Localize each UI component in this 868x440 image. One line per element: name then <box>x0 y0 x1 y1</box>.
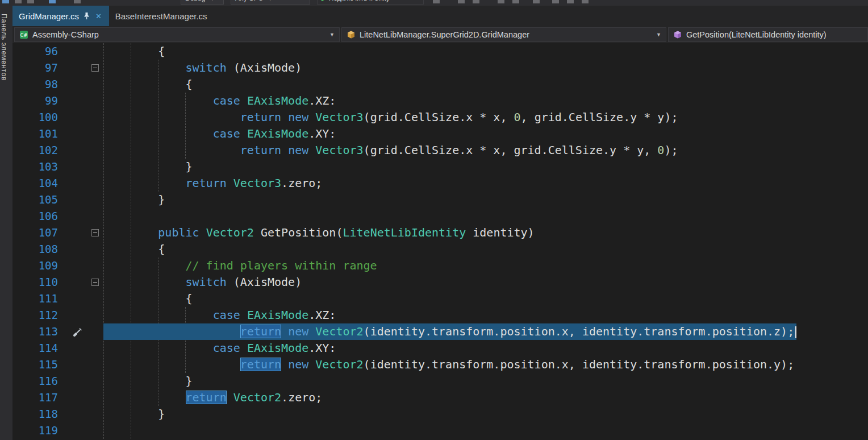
code-line[interactable]: 119 <box>12 422 868 439</box>
code-text[interactable]: } <box>101 192 868 208</box>
code-line[interactable]: 99 case EAxisMode.XZ: <box>12 93 868 109</box>
fold-margin[interactable] <box>89 43 101 60</box>
code-line[interactable]: 112 case EAxisMode.XZ: <box>12 307 868 323</box>
glyph-margin[interactable] <box>67 109 89 126</box>
glyph-margin[interactable] <box>67 389 89 406</box>
glyph-margin[interactable] <box>67 43 89 60</box>
code-text[interactable]: { <box>101 43 868 60</box>
line-number[interactable]: 102 <box>12 142 67 159</box>
fold-margin[interactable] <box>89 290 101 307</box>
fold-margin[interactable] <box>89 192 101 208</box>
code-text[interactable]: switch (AxisMode) <box>101 60 868 76</box>
glyph-margin[interactable] <box>67 225 89 241</box>
fold-margin[interactable] <box>89 225 101 241</box>
toolbar-icon[interactable] <box>498 0 504 3</box>
code-text[interactable] <box>101 422 868 439</box>
fold-margin[interactable] <box>89 175 101 192</box>
glyph-margin[interactable] <box>67 373 89 389</box>
glyph-margin[interactable] <box>67 406 89 422</box>
line-number[interactable]: 109 <box>12 258 67 274</box>
debug-config-dropdown[interactable]: Debug▼ <box>181 0 224 5</box>
line-number[interactable]: 98 <box>12 76 67 93</box>
line-number[interactable]: 97 <box>12 60 67 76</box>
glyph-margin[interactable] <box>67 323 89 340</box>
glyph-margin[interactable] <box>67 93 89 109</box>
glyph-margin[interactable] <box>67 290 89 307</box>
fold-margin[interactable] <box>89 258 101 274</box>
line-number[interactable]: 118 <box>12 406 67 422</box>
glyph-margin[interactable] <box>67 159 89 175</box>
fold-margin[interactable] <box>89 422 101 439</box>
line-number[interactable]: 112 <box>12 307 67 323</box>
line-number[interactable]: 101 <box>12 126 67 142</box>
quick-actions-wrench-icon[interactable] <box>72 326 84 338</box>
code-line[interactable]: 101 case EAxisMode.XY: <box>12 126 868 142</box>
code-text[interactable]: return new Vector2(identity.transform.po… <box>101 323 868 340</box>
code-line[interactable]: 116 } <box>12 373 868 389</box>
fold-margin[interactable] <box>89 241 101 258</box>
fold-margin[interactable] <box>89 356 101 373</box>
line-number[interactable]: 96 <box>12 43 67 60</box>
line-number[interactable]: 103 <box>12 159 67 175</box>
code-text[interactable]: case EAxisMode.XY: <box>101 340 868 356</box>
glyph-margin[interactable] <box>67 60 89 76</box>
glyph-margin[interactable] <box>67 208 89 225</box>
code-line[interactable]: 115 return new Vector2(identity.transfor… <box>12 356 868 373</box>
code-text[interactable]: } <box>101 159 868 175</box>
glyph-margin[interactable] <box>67 356 89 373</box>
fold-margin[interactable] <box>89 93 101 109</box>
collapse-box-icon[interactable] <box>91 279 99 286</box>
glyph-margin[interactable] <box>67 241 89 258</box>
code-text[interactable] <box>101 208 868 225</box>
code-line[interactable]: 96 { <box>12 43 868 60</box>
glyph-margin[interactable] <box>67 126 89 142</box>
member-dropdown[interactable]: GetPosition(LiteNetLibIdentity identity) <box>668 27 868 42</box>
line-number[interactable]: 116 <box>12 373 67 389</box>
code-text[interactable]: return new Vector3(grid.CellSize.x * x, … <box>101 142 868 159</box>
toolbar-icon[interactable] <box>512 0 519 3</box>
line-number[interactable]: 114 <box>12 340 67 356</box>
platform-dropdown[interactable]: Any CPU▼ <box>231 0 310 5</box>
code-line[interactable]: 113 return new Vector2(identity.transfor… <box>12 323 868 340</box>
fold-margin[interactable] <box>89 142 101 159</box>
line-number[interactable]: 104 <box>12 175 67 192</box>
code-line[interactable]: 114 case EAxisMode.XY: <box>12 340 868 356</box>
toolbar-icon[interactable] <box>15 0 22 3</box>
code-line[interactable]: 109 // find players within range <box>12 258 868 274</box>
code-text[interactable]: { <box>101 241 868 258</box>
line-number[interactable]: 106 <box>12 208 67 225</box>
code-text[interactable]: { <box>101 290 868 307</box>
code-line[interactable]: 117 return Vector2.zero; <box>12 389 868 406</box>
code-line[interactable]: 100 return new Vector3(grid.CellSize.x *… <box>12 109 868 126</box>
glyph-margin[interactable] <box>67 274 89 290</box>
fold-margin[interactable] <box>89 323 101 340</box>
fold-margin[interactable] <box>89 307 101 323</box>
fold-margin[interactable] <box>89 406 101 422</box>
glyph-margin[interactable] <box>67 76 89 93</box>
toolbar-icon[interactable] <box>582 0 589 3</box>
code-text[interactable]: { <box>101 76 868 93</box>
code-line[interactable]: 108 { <box>12 241 868 258</box>
code-text[interactable]: public Vector2 GetPosition(LiteNetLibIde… <box>101 225 868 241</box>
fold-margin[interactable] <box>89 274 101 290</box>
glyph-margin[interactable] <box>67 340 89 356</box>
fold-margin[interactable] <box>89 340 101 356</box>
pin-icon[interactable] <box>84 12 90 20</box>
fold-margin[interactable] <box>89 60 101 76</box>
code-line[interactable]: 103 } <box>12 159 868 175</box>
code-text[interactable]: case EAxisMode.XZ: <box>101 93 868 109</box>
line-number[interactable]: 117 <box>12 389 67 406</box>
line-number[interactable]: 108 <box>12 241 67 258</box>
code-text[interactable]: return Vector3.zero; <box>101 175 868 192</box>
code-line[interactable]: 106 <box>12 208 868 225</box>
code-text[interactable]: case EAxisMode.XY: <box>101 126 868 142</box>
fold-margin[interactable] <box>89 159 101 175</box>
line-number[interactable]: 100 <box>12 109 67 126</box>
glyph-margin[interactable] <box>67 142 89 159</box>
code-text[interactable]: return new Vector2(identity.transform.po… <box>101 356 868 373</box>
fold-margin[interactable] <box>89 76 101 93</box>
code-line[interactable]: 98 { <box>12 76 868 93</box>
toolbar-icon[interactable] <box>552 0 559 3</box>
toolbar-icon[interactable] <box>74 0 81 3</box>
tab-baseinterestmanager[interactable]: BaseInterestManager.cs <box>109 6 214 26</box>
